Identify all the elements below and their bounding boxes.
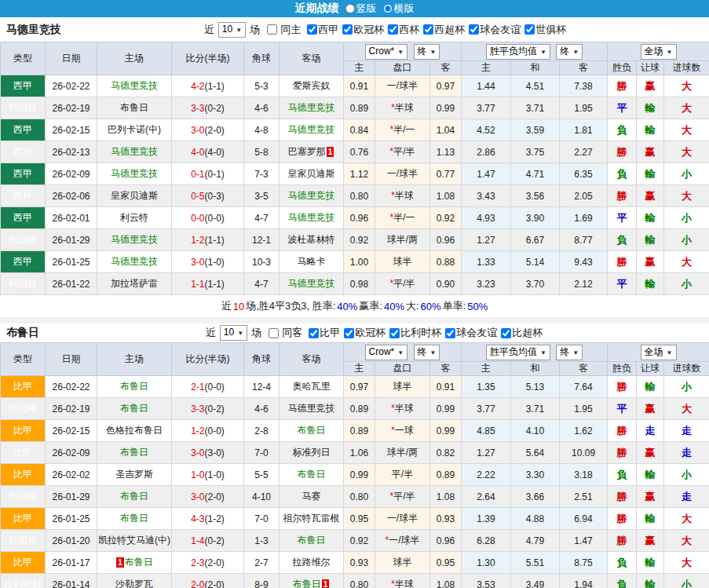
final-dropdown[interactable]: 终 bbox=[414, 44, 440, 60]
league-filter-checkbox[interactable] bbox=[389, 328, 400, 338]
away-team-link[interactable]: 马略卡 bbox=[298, 256, 326, 267]
result-handicap: 輸 bbox=[637, 273, 664, 295]
col-corner: 角球 bbox=[244, 42, 280, 75]
away-team-link[interactable]: 马德里竞技 bbox=[288, 102, 335, 113]
league-filter-checkbox[interactable] bbox=[307, 24, 317, 35]
home-team-link[interactable]: 布鲁日 bbox=[120, 491, 148, 502]
match-count-dropdown[interactable]: 10 bbox=[218, 22, 246, 38]
away-team-link[interactable]: 布鲁日 bbox=[293, 579, 321, 588]
fulltime-score: 0-0 bbox=[191, 213, 204, 224]
final-dropdown[interactable]: 终 bbox=[414, 345, 440, 360]
away-team-link[interactable]: 奥哈瓦里 bbox=[293, 381, 331, 392]
league-filter-checkbox[interactable] bbox=[342, 24, 353, 35]
match-date: 26-01-17 bbox=[46, 552, 97, 574]
odds-group-header: Crow* 终 bbox=[344, 343, 462, 362]
home-team-link[interactable]: 马德里竞技 bbox=[111, 146, 158, 157]
home-team-link[interactable]: 马德里竞技 bbox=[111, 168, 158, 179]
league-filter-checkbox[interactable] bbox=[469, 24, 479, 35]
away-team-link[interactable]: 马德里竞技 bbox=[288, 403, 335, 414]
away-team-link[interactable]: 布鲁日 bbox=[298, 469, 326, 480]
odds-company-dropdown[interactable]: Crow* bbox=[365, 44, 408, 60]
home-team-link[interactable]: 加拉塔萨雷 bbox=[111, 278, 158, 289]
league-filter-checkbox[interactable] bbox=[388, 24, 398, 35]
away-team-link[interactable]: 祖尔特瓦雷根 bbox=[283, 513, 340, 524]
home-team-link[interactable]: 布鲁日 bbox=[120, 102, 148, 113]
col-date: 日期 bbox=[46, 42, 97, 75]
away-team-cell: 马德里竞技 bbox=[280, 273, 344, 295]
away-team-link[interactable]: 马德里竞技 bbox=[288, 212, 335, 223]
away-team-link[interactable]: 马德里竞技 bbox=[288, 190, 335, 201]
league-filter-checkbox[interactable] bbox=[309, 328, 319, 338]
odds-company-dropdown[interactable]: Crow* bbox=[365, 345, 408, 360]
away-team-link[interactable]: 布鲁日 bbox=[298, 425, 326, 436]
away-team-link[interactable]: 布鲁日 bbox=[298, 535, 326, 546]
mean-dropdown[interactable]: 胜平负均值 bbox=[486, 345, 550, 360]
final-dropdown[interactable]: 终 bbox=[556, 345, 583, 360]
corner-count: 1-3 bbox=[244, 530, 280, 552]
handicap-line: 球半 bbox=[375, 251, 430, 273]
result-goals: 大 bbox=[664, 185, 709, 207]
home-team-link[interactable]: 布鲁日 bbox=[120, 447, 148, 458]
away-team-link[interactable]: 标准列日 bbox=[293, 447, 331, 458]
home-team-link[interactable]: 马德里竞技 bbox=[111, 234, 158, 245]
mean-draw-odds: 3.49 bbox=[511, 574, 560, 588]
final-dropdown[interactable]: 终 bbox=[556, 44, 583, 60]
away-team-link[interactable]: 巴塞罗那 bbox=[288, 146, 326, 157]
same-venue-checkbox[interactable] bbox=[267, 24, 277, 35]
handicap-line: 一/球半 bbox=[375, 163, 430, 185]
handicap-text: 平/半 bbox=[393, 491, 415, 502]
col-odds-away: 客 bbox=[430, 362, 462, 376]
match-count-dropdown[interactable]: 10 bbox=[220, 325, 247, 341]
home-team-link[interactable]: 凯拉特艾马迪(中) bbox=[98, 535, 170, 546]
home-team-cell: 布鲁日 bbox=[97, 398, 172, 420]
team1-filter-bar: 马德里竞技 近 10 场 同主 西甲欧冠杯西杯西超杯球会友谊世俱杯 bbox=[0, 17, 709, 42]
home-team-link[interactable]: 马德里竞技 bbox=[111, 256, 158, 267]
league-filter-checkbox[interactable] bbox=[344, 328, 354, 338]
home-team-link[interactable]: 巴列卡诺(中) bbox=[108, 124, 161, 135]
near-label: 近 bbox=[206, 326, 216, 340]
league-filter-checkbox[interactable] bbox=[524, 24, 535, 35]
home-team-link[interactable]: 布鲁日 bbox=[125, 557, 153, 568]
home-team-link[interactable]: 马德里竞技 bbox=[111, 80, 158, 91]
scope-dropdown[interactable]: 全场 bbox=[641, 44, 677, 60]
away-team-link[interactable]: 波杜基林特 bbox=[288, 234, 335, 245]
mean-dropdown[interactable]: 胜平负均值 bbox=[486, 44, 550, 60]
home-team-link[interactable]: 布鲁日 bbox=[120, 381, 148, 392]
league-filter-checkbox[interactable] bbox=[423, 24, 433, 35]
league-filter-label: 欧冠杯 bbox=[355, 326, 386, 340]
away-team-link[interactable]: 马德里竞技 bbox=[288, 124, 335, 135]
result-handicap: 輸 bbox=[637, 97, 664, 119]
home-team-link[interactable]: 皇家贝迪斯 bbox=[111, 190, 158, 201]
score-cell: 3-0(1-0) bbox=[172, 251, 244, 273]
handicap-line: *半/一 bbox=[375, 207, 430, 229]
home-team-link[interactable]: 沙勒罗瓦 bbox=[115, 579, 153, 588]
scope-dropdown[interactable]: 全场 bbox=[641, 345, 677, 360]
summary-text: 10 bbox=[233, 301, 244, 312]
layout-vertical-radio[interactable] bbox=[345, 4, 355, 13]
league-filter-checkbox[interactable] bbox=[445, 328, 455, 338]
same-venue-checkbox[interactable] bbox=[269, 328, 279, 338]
away-odds: 1.08 bbox=[430, 486, 462, 508]
away-odds: 1.08 bbox=[430, 574, 462, 588]
result-winloss: 負 bbox=[608, 119, 637, 141]
away-team-link[interactable]: 拉路维尔 bbox=[293, 557, 331, 568]
away-team-link[interactable]: 马德里竞技 bbox=[288, 278, 335, 289]
match-date: 26-02-01 bbox=[46, 207, 97, 229]
handicap-text: 半/一 bbox=[393, 212, 415, 223]
corner-count: 5-8 bbox=[244, 141, 280, 163]
away-team-link[interactable]: 皇家贝迪斯 bbox=[288, 168, 335, 179]
home-team-link[interactable]: 布鲁日 bbox=[120, 513, 148, 524]
away-team-link[interactable]: 爱斯宾奴 bbox=[293, 80, 331, 91]
halftime-score: (0-0) bbox=[205, 382, 225, 393]
home-team-link[interactable]: 色格拉布鲁日 bbox=[106, 425, 163, 436]
league-filter-checkbox[interactable] bbox=[501, 328, 511, 338]
home-team-link[interactable]: 圣吉罗斯 bbox=[115, 469, 153, 480]
league-type-badge: 比甲 bbox=[1, 552, 46, 574]
away-team-link[interactable]: 马赛 bbox=[302, 491, 321, 502]
home-team-link[interactable]: 布鲁日 bbox=[120, 403, 148, 414]
layout-horizontal-radio[interactable] bbox=[383, 4, 393, 13]
home-team-link[interactable]: 利云特 bbox=[120, 212, 148, 223]
halftime-score: (1-0) bbox=[205, 469, 225, 480]
result-goals: 小 bbox=[664, 574, 709, 588]
red-card-badge: 1 bbox=[116, 557, 124, 568]
